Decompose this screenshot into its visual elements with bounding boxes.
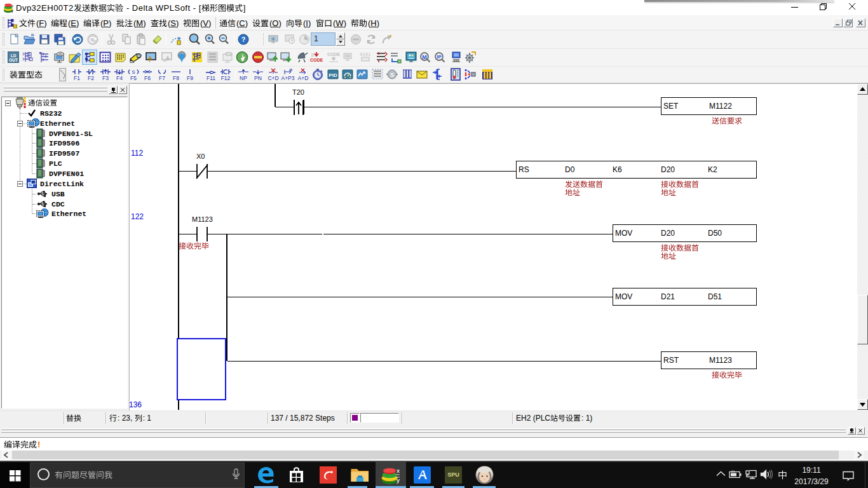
svg-text:PN: PN: [254, 75, 262, 81]
svg-text:F11: F11: [207, 75, 215, 81]
svg-text:A+D: A+D: [298, 75, 309, 81]
svg-text:F1: F1: [74, 75, 80, 81]
svg-text:x: x: [11, 4, 13, 8]
svg-text:F2: F2: [88, 75, 94, 81]
svg-text:OUT: OUT: [9, 58, 18, 62]
svg-text:CODE: CODE: [327, 52, 341, 57]
svg-text:S: S: [390, 72, 394, 78]
svg-text:F6: F6: [144, 75, 151, 81]
svg-text:y: y: [397, 477, 400, 484]
svg-text:x: x: [397, 468, 400, 474]
svg-text:IP: IP: [437, 54, 442, 60]
svg-text:y: y: [11, 9, 13, 13]
svg-text:C+D: C+D: [268, 75, 278, 81]
svg-text:F3: F3: [102, 75, 109, 81]
svg-text:PID: PID: [329, 72, 337, 78]
svg-text:F12: F12: [221, 75, 231, 81]
svg-text:0101: 0101: [360, 52, 371, 57]
svg-text:LD: LD: [11, 53, 17, 58]
svg-text:M: M: [422, 54, 427, 60]
svg-text:F8: F8: [173, 75, 179, 81]
svg-text:F7: F7: [159, 75, 165, 81]
svg-text:F4: F4: [116, 75, 123, 81]
svg-text:S: S: [132, 69, 135, 75]
svg-text:CODE: CODE: [310, 58, 323, 62]
svg-text:A+P3: A+P3: [281, 75, 294, 81]
svg-text:F9: F9: [187, 75, 193, 81]
svg-text:?: ?: [241, 36, 246, 43]
svg-text:NP: NP: [240, 75, 247, 81]
svg-text:F5: F5: [130, 75, 137, 81]
